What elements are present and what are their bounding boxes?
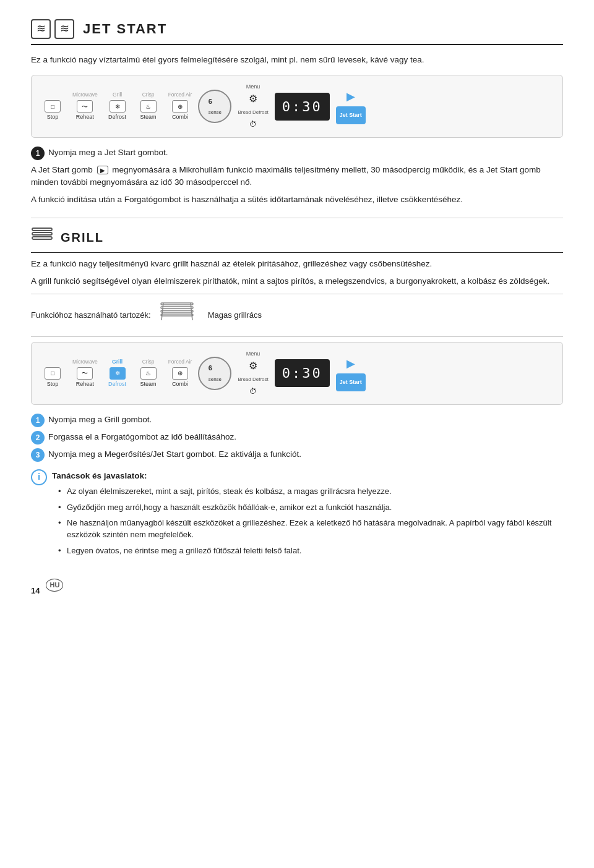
page-title: JET START (83, 19, 167, 39)
accessory-divider (31, 294, 563, 294)
grill-defrost-icon: ❄ (110, 367, 126, 380)
grill-title: GRILL (61, 228, 104, 247)
menu-group: Menu ⚙ (246, 83, 260, 106)
jet-start-desc-1: A Jet Start gomb (31, 165, 93, 174)
clock-icon: ⏱ (249, 119, 257, 130)
grill-desc-2: A grill funkció segítségével olyan élelm… (31, 275, 563, 287)
reheat-icon: 〜 (77, 100, 93, 113)
defrost-icon: ❄ (110, 100, 126, 113)
grill-forced-top: Forced Air (168, 358, 192, 366)
grill-section-header: GRILL (31, 227, 563, 253)
grill-dial-knob: 6sense (198, 357, 231, 390)
display-time: 0:30 (282, 99, 322, 114)
jet-start-step-1: 1 Nyomja meg a Jet Start gombot. (31, 147, 563, 160)
svg-rect-6 (161, 314, 193, 316)
header-icon-1: ≋ (31, 19, 51, 39)
panel-divider-2 (31, 336, 563, 337)
combi-label: Combi (172, 113, 188, 122)
microwave-group: Microwave 〜 Reheat (72, 91, 98, 121)
bread-defrost-label: Bread Defrost (238, 109, 268, 116)
grill-grill-top: Grill (112, 358, 123, 366)
menu-area: Menu ⚙ Bread Defrost ⏱ (238, 83, 268, 130)
lang-badge: HU (46, 579, 63, 592)
grill-display-time: 0:30 (282, 365, 322, 381)
grill-bread-defrost-label: Bread Defrost (238, 376, 268, 383)
grill-top-label: Grill (113, 91, 122, 99)
bullet-item-4: Legyen óvatos, ne érintse meg a grillező… (58, 545, 563, 557)
grill-jet-start-area: ▶ Jet Start (336, 355, 366, 392)
menu-icon: ⚙ (249, 91, 257, 106)
grill-step-1-text: Nyomja meg a Grill gombot. (48, 414, 152, 426)
header-icons: ≋ ≋ (31, 19, 74, 39)
svg-rect-5 (161, 310, 193, 312)
grill-section-icon (31, 227, 53, 249)
grill-forced-group: Forced Air ⊕ Combi (168, 358, 192, 388)
grill-stop-label: Stop (47, 380, 59, 389)
panel-buttons-left: □ Stop Microwave 〜 Reheat Grill ❄ Defros… (41, 91, 192, 121)
jet-start-button-area: ▶ Jet Start (336, 88, 366, 125)
step-1-circle: 1 (31, 147, 45, 160)
grill-defrost-label: Defrost (108, 380, 126, 389)
steam-label: Steam (140, 113, 157, 122)
jet-start-play-icon: ▶ (346, 88, 355, 105)
grill-reheat-label: Reheat (76, 380, 94, 389)
grill-dial-area: 6sense (198, 357, 231, 390)
grill-step-2-circle: 2 (31, 431, 45, 445)
grill-step-3-row: 3 Nyomja meg a Megerősítés/Jet Start gom… (31, 448, 563, 462)
grill-menu-icon: ⚙ (249, 359, 257, 373)
accessory-name: Magas grillrács (208, 309, 262, 321)
dial-knob: 6sense (198, 90, 231, 123)
grill-reheat-icon: 〜 (77, 367, 93, 380)
grill-menu-group: Menu ⚙ (246, 350, 260, 373)
combi-icon: ⊕ (172, 100, 188, 113)
grill-play-icon: ▶ (346, 355, 355, 372)
grill-dial-label: 6sense (209, 363, 222, 383)
tips-box: i Tanácsok és javaslatok: Az olyan élelm… (31, 469, 563, 561)
page-number: 14 (31, 585, 40, 597)
jet-start-step-1-text: Nyomja meg a Jet Start gombot. (48, 147, 168, 159)
defrost-button: ❄ Defrost (106, 100, 129, 122)
reheat-button: 〜 Reheat (74, 100, 96, 122)
grill-clock-icon: ⏱ (249, 386, 257, 397)
reheat-label: Reheat (76, 113, 94, 122)
header-icon-2: ≋ (54, 19, 74, 39)
grill-group: Grill ❄ Defrost (106, 91, 129, 121)
grill-desc-1: Ez a funkció nagy teljesítményű kvarc gr… (31, 258, 563, 270)
grill-step-2-row: 2 Forgassa el a Forgatógombot az idő beá… (31, 431, 563, 445)
page-header: ≋ ≋ JET START (31, 19, 563, 45)
grill-steam-label: Steam (140, 380, 157, 389)
grill-step-3-text: Nyomja meg a Megerősítés/Jet Start gombo… (48, 448, 301, 461)
grill-reheat-button: 〜 Reheat (74, 367, 96, 389)
grill-stop-group: □ Stop (41, 367, 64, 389)
info-icon: i (31, 469, 47, 485)
defrost-label: Defrost (108, 113, 126, 122)
svg-rect-4 (161, 307, 193, 308)
steam-button: ♨ Steam (137, 100, 160, 122)
page-footer: 14 HU (31, 574, 563, 597)
stop-icon: □ (45, 100, 61, 113)
menu-label: Menu (246, 83, 260, 91)
grill-stop-icon: □ (45, 367, 61, 380)
grill-icon-svg (31, 227, 53, 243)
jet-start-desc: A Jet Start gomb ▶ megnyomására a Mikroh… (31, 164, 563, 189)
stop-button: □ Stop (41, 100, 64, 122)
bullet-item-3: Ne használjon műanyagból készült eszközö… (58, 517, 563, 541)
grill-steam-button: ♨ Steam (137, 367, 160, 389)
crisp-group: Crisp ♨ Steam (137, 91, 160, 121)
grill-step-3-circle: 3 (31, 448, 45, 462)
grill-menu-area: Menu ⚙ Bread Defrost ⏱ (238, 350, 268, 397)
bullet-item-2: Győződjön meg arról,hogy a használt eszk… (58, 502, 563, 514)
grill-step-1-row: 1 Nyomja meg a Grill gombot. (31, 414, 563, 427)
forced-air-group: Forced Air ⊕ Combi (168, 91, 192, 121)
grill-panel: □ Stop Microwave 〜 Reheat Grill ❄ Defros… (31, 342, 563, 405)
bullet-list: Az olyan élelmiszereket, mint a sajt, pi… (58, 486, 563, 557)
grill-crisp-group: Crisp ♨ Steam (137, 358, 160, 388)
stop-label: Stop (47, 113, 59, 122)
grill-steam-icon: ♨ (140, 367, 157, 380)
tips-label: Tanácsok és javaslatok: (52, 471, 147, 480)
grill-rack-svg (158, 300, 196, 323)
steam-icon: ♨ (140, 100, 157, 113)
section-divider-1 (31, 218, 563, 218)
combi-button: ⊕ Combi (169, 100, 191, 122)
forced-air-top-label: Forced Air (168, 91, 192, 99)
